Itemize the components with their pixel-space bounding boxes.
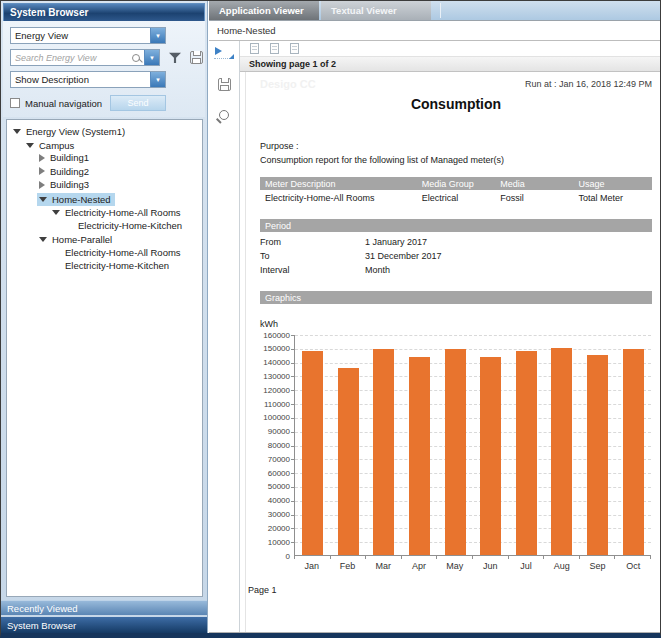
paging-status-text: Showing page 1 of 2	[249, 59, 336, 69]
manual-navigation-row: Manual navigation Send	[10, 95, 166, 111]
display-mode-value: Show Description	[11, 74, 150, 85]
page-setup-icon[interactable]	[250, 43, 259, 54]
recently-viewed-bar[interactable]: Recently Viewed	[1, 600, 207, 615]
search-field[interactable]: ▼	[10, 49, 160, 66]
chevron-down-icon[interactable]: ▼	[150, 28, 165, 43]
run-report-icon[interactable]	[214, 46, 234, 59]
meter-table: Meter DescriptionMedia GroupMediaUsage E…	[260, 177, 652, 205]
chart-bar-jan[interactable]	[302, 351, 323, 555]
chart-bar-jun[interactable]	[480, 357, 501, 555]
meter-table-cell: Electrical	[417, 190, 495, 205]
chart-bar-slot	[615, 335, 651, 555]
chart-unit-label: kWh	[260, 319, 652, 329]
tree-item-home-nested[interactable]: Home-Nested	[7, 192, 202, 206]
graphics-section-header: Graphics	[260, 291, 652, 304]
tree-item-building1[interactable]: Building1	[7, 151, 202, 165]
tree-item-label: Campus	[39, 139, 74, 152]
x-axis-tick-cell	[366, 556, 402, 559]
view-selector-dropdown[interactable]: Energy View ▼	[10, 27, 166, 44]
search-chevron-down-icon[interactable]: ▼	[144, 50, 159, 65]
tree-item-label: Electricity-Home-Kitchen	[65, 259, 169, 272]
meter-table-header-cell: Usage	[574, 177, 652, 190]
save-report-icon[interactable]	[218, 78, 231, 91]
x-axis-tick-cell	[580, 556, 616, 559]
chart-bar-mar[interactable]	[373, 349, 394, 555]
tree-item-electricity-home-kitchen[interactable]: Electricity-Home-Kitchen	[7, 259, 202, 273]
send-button[interactable]: Send	[110, 95, 166, 111]
expand-triangle-icon[interactable]	[39, 154, 45, 162]
tree-item-inner: Energy View (System1)	[11, 125, 129, 138]
tree-item-electricity-home-kitchen[interactable]: Electricity-Home-Kitchen	[7, 219, 202, 233]
report-scroll-area[interactable]: Desigo CC Run at : Jan 16, 2018 12:49 PM…	[240, 72, 660, 632]
viewer-tabbar: Application Viewer Textual Viewer	[209, 1, 660, 21]
tree-item-inner: Building2	[37, 165, 93, 178]
meter-table-header-cell: Media Group	[417, 177, 495, 190]
tree-item-building3[interactable]: Building3	[7, 178, 202, 192]
x-axis-label: Aug	[544, 561, 580, 571]
period-label: To	[260, 249, 365, 263]
chart-bar-aug[interactable]	[551, 348, 572, 555]
meter-table-cell: Fossil	[495, 190, 573, 205]
tree-item-label: Energy View (System1)	[26, 125, 125, 138]
tree-item-label: Building3	[50, 178, 89, 191]
manual-navigation-checkbox[interactable]	[10, 98, 20, 108]
report-page-footer: Page 1	[248, 585, 652, 595]
expand-triangle-icon[interactable]	[39, 181, 45, 189]
tree-item-campus[interactable]: Campus	[7, 138, 202, 152]
save-filter-icon[interactable]	[190, 51, 203, 64]
collapse-triangle-icon[interactable]	[13, 129, 21, 134]
viewer-main: Showing page 1 of 2 Desigo CC Run at : J…	[240, 41, 660, 632]
display-mode-dropdown[interactable]: Show Description ▼	[10, 71, 166, 88]
print-icon[interactable]	[270, 43, 279, 54]
period-value: Month	[365, 263, 652, 277]
chart-bar-oct[interactable]	[623, 349, 644, 555]
y-axis-label: 0	[257, 552, 290, 561]
export-icon[interactable]	[290, 43, 299, 54]
y-axis-label: 100000	[257, 413, 290, 422]
selection-title: Home-Nested	[217, 25, 276, 36]
x-axis-label: Oct	[615, 561, 651, 571]
report-purpose: Purpose : Consumption report for the fol…	[260, 139, 652, 167]
tree-item-inner: Building3	[37, 178, 93, 191]
collapse-triangle-icon[interactable]	[26, 143, 34, 148]
tree-item-building2[interactable]: Building2	[7, 165, 202, 179]
report-title: Consumption	[260, 96, 652, 112]
tab-application-viewer[interactable]: Application Viewer	[209, 1, 319, 20]
tree-item-inner: Home-Parallel	[37, 233, 116, 246]
meter-table-body: Electricity-Home-All RoomsElectricalFoss…	[260, 190, 652, 205]
tree-item-home-parallel[interactable]: Home-Parallel	[7, 232, 202, 246]
chart-bar-may[interactable]	[445, 349, 466, 555]
collapse-triangle-icon[interactable]	[39, 237, 47, 242]
period-section-header: Period	[260, 219, 652, 232]
tree-item-inner: Building1	[37, 151, 93, 164]
expand-triangle-icon[interactable]	[39, 167, 45, 175]
chart-bar-slot	[437, 335, 473, 555]
chart-bar-jul[interactable]	[516, 351, 537, 555]
chart-bar-sep[interactable]	[587, 355, 608, 555]
tree-item-energy-view-system1-[interactable]: Energy View (System1)	[7, 124, 202, 138]
x-axis-label: Jul	[508, 561, 544, 571]
system-browser-panel-header[interactable]: System Browser	[3, 3, 205, 21]
search-icon[interactable]	[132, 54, 140, 62]
meter-table-header: Meter DescriptionMedia GroupMediaUsage	[260, 177, 652, 190]
tree-item-inner: Electricity-Home-Kitchen	[76, 219, 186, 232]
filter-icon[interactable]	[169, 52, 181, 64]
tab-textual-viewer[interactable]: Textual Viewer	[321, 1, 431, 20]
tree-item-electricity-home-all-rooms[interactable]: Electricity-Home-All Rooms	[7, 246, 202, 260]
x-axis-labels: JanFebMarAprMayJunJulAugSepOct	[294, 561, 651, 571]
chart-bar-slot	[295, 335, 331, 555]
chart-bar-apr[interactable]	[409, 357, 430, 555]
collapse-triangle-icon[interactable]	[52, 210, 60, 215]
tree-item-electricity-home-all-rooms[interactable]: Electricity-Home-All Rooms	[7, 205, 202, 219]
search-input[interactable]	[11, 53, 132, 63]
collapse-triangle-icon[interactable]	[39, 197, 47, 202]
chart-bar-feb[interactable]	[338, 368, 359, 555]
system-browser-panel: System Browser Energy View ▼ ▼ Show Desc…	[1, 1, 208, 633]
chevron-down-icon[interactable]: ▼	[150, 72, 165, 87]
zoom-icon[interactable]	[219, 110, 229, 120]
chart-plot: 0100002000030000400005000060000700008000…	[294, 335, 651, 556]
y-axis-label: 10000	[257, 538, 290, 547]
y-axis-label: 120000	[257, 386, 290, 395]
chart-bar-slot	[509, 335, 545, 555]
system-browser-bar[interactable]: System Browser	[1, 617, 207, 633]
